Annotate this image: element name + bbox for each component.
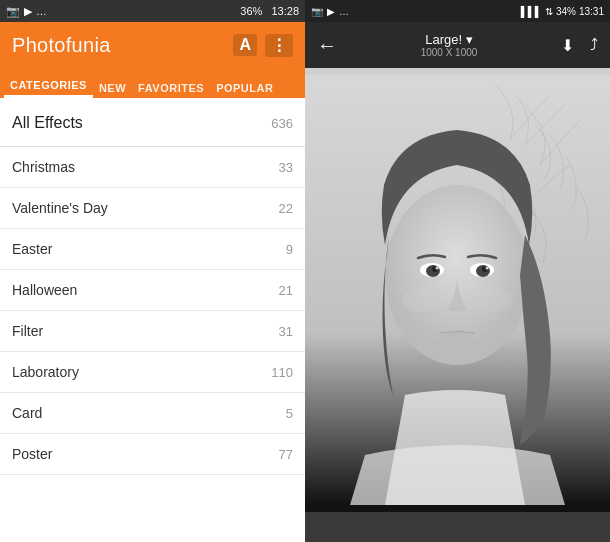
poster-row[interactable]: Poster 77: [0, 434, 305, 475]
laboratory-row[interactable]: Laboratory 110: [0, 352, 305, 393]
halloween-label: Halloween: [12, 282, 77, 298]
easter-row[interactable]: Easter 9: [0, 229, 305, 270]
categories-bar: CATEGORIES NEW FAVORITES POPULAR: [0, 68, 305, 100]
portrait-image: [305, 68, 610, 512]
christmas-count: 33: [279, 160, 293, 175]
svg-point-10: [402, 288, 438, 312]
app-header: Photofunia A ⋮: [0, 22, 305, 68]
left-battery-time: 36% 13:28: [240, 5, 299, 17]
photo-container: [305, 68, 610, 512]
left-panel: 📷 ▶ … 36% 13:28 Photofunia A ⋮ CATEGORIE…: [0, 0, 305, 542]
more-icon: …: [36, 5, 47, 17]
christmas-row[interactable]: Christmas 33: [0, 147, 305, 188]
left-status-bar: 📷 ▶ … 36% 13:28: [0, 0, 305, 22]
back-button[interactable]: ←: [317, 34, 337, 57]
christmas-label: Christmas: [12, 159, 75, 175]
app-title: Photofunia: [12, 34, 111, 57]
tab-categories[interactable]: CATEGORIES: [4, 73, 93, 98]
right-toolbar: ← Large! ▾ 1000 X 1000 ⬇ ⤴: [305, 22, 610, 68]
svg-point-8: [436, 267, 439, 270]
filter-row[interactable]: Filter 31: [0, 311, 305, 352]
time-label: 13:28: [271, 5, 299, 17]
card-count: 5: [286, 406, 293, 421]
tab-popular[interactable]: POPULAR: [210, 76, 279, 98]
svg-point-9: [486, 267, 489, 270]
right-wifi-icon: ⇅: [545, 6, 553, 17]
toolbar-right-icons: ⬇ ⤴: [561, 36, 598, 55]
card-row[interactable]: Card 5: [0, 393, 305, 434]
right-panel: 📷 ▶ … ▌▌▌ ⇅ 34% 13:31 ← Large! ▾ 1000 X …: [305, 0, 610, 542]
right-time-label: 13:31: [579, 6, 604, 17]
valentines-row[interactable]: Valentine's Day 22: [0, 188, 305, 229]
filter-count: 31: [279, 324, 293, 339]
all-effects-row[interactable]: All Effects 636: [0, 100, 305, 147]
right-battery-label: 34%: [556, 6, 576, 17]
image-size-label: Large! ▾: [425, 32, 472, 47]
poster-label: Poster: [12, 446, 52, 462]
right-status-bar: 📷 ▶ … ▌▌▌ ⇅ 34% 13:31: [305, 0, 610, 22]
right-more-icon: …: [339, 6, 349, 17]
share-button[interactable]: ⤴: [590, 36, 598, 54]
right-status-icons: 📷 ▶ …: [311, 6, 349, 17]
svg-point-11: [476, 288, 512, 312]
laboratory-label: Laboratory: [12, 364, 79, 380]
valentines-count: 22: [279, 201, 293, 216]
card-label: Card: [12, 405, 42, 421]
laboratory-count: 110: [271, 365, 293, 380]
right-camera-icon: 📷: [311, 6, 323, 17]
halloween-row[interactable]: Halloween 21: [0, 270, 305, 311]
tab-new[interactable]: NEW: [93, 76, 132, 98]
all-effects-label: All Effects: [12, 114, 83, 132]
avatar-button[interactable]: A: [233, 34, 257, 56]
left-status-icons: 📷 ▶ …: [6, 5, 47, 18]
right-signal-bars: ▌▌▌: [521, 6, 542, 17]
easter-label: Easter: [12, 241, 52, 257]
more-button[interactable]: ⋮: [265, 34, 293, 57]
bottom-bar: [305, 512, 610, 542]
effects-list: All Effects 636 Christmas 33 Valentine's…: [0, 100, 305, 542]
valentines-label: Valentine's Day: [12, 200, 108, 216]
halloween-count: 21: [279, 283, 293, 298]
download-button[interactable]: ⬇: [561, 36, 574, 55]
image-dimensions: 1000 X 1000: [421, 47, 478, 58]
battery-label: 36%: [240, 5, 262, 17]
photo-area: [305, 68, 610, 512]
play-icon: ▶: [24, 5, 32, 18]
toolbar-center: Large! ▾ 1000 X 1000: [421, 32, 478, 58]
right-play-icon: ▶: [327, 6, 335, 17]
header-actions: A ⋮: [233, 34, 293, 57]
tab-favorites[interactable]: FAVORITES: [132, 76, 210, 98]
easter-count: 9: [286, 242, 293, 257]
all-effects-count: 636: [271, 116, 293, 131]
camera-icon: 📷: [6, 5, 20, 18]
filter-label: Filter: [12, 323, 43, 339]
right-status-right: ▌▌▌ ⇅ 34% 13:31: [521, 6, 604, 17]
poster-count: 77: [279, 447, 293, 462]
